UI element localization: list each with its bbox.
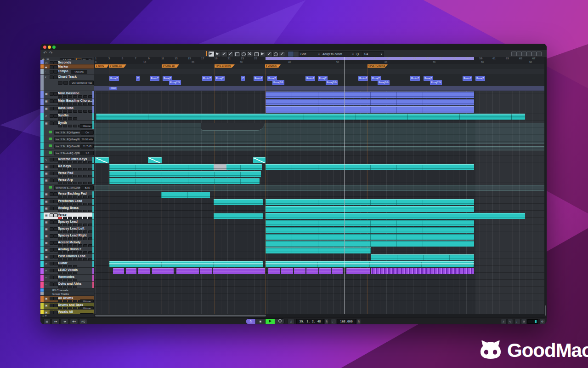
solo-button[interactable]	[54, 282, 58, 286]
tempo-value[interactable]: 168.000	[71, 70, 87, 75]
solo-button[interactable]	[54, 61, 58, 64]
track-control-button[interactable]	[78, 95, 82, 98]
track-control-button[interactable]	[73, 125, 77, 127]
marker-event[interactable]: 4 PRE CHORUS	[215, 64, 235, 68]
crosshair-mode-button[interactable]: ✚▾	[70, 319, 78, 324]
mute-button[interactable]	[50, 269, 54, 272]
redo-icon[interactable]: ↷	[49, 51, 53, 55]
track-row-spacey-lead[interactable]: ▦Spacey Lead	[40, 219, 94, 226]
mute-button[interactable]	[50, 92, 54, 96]
tempo-stepper[interactable]: ⇅	[356, 319, 361, 324]
clip-event[interactable]	[266, 92, 474, 98]
minimize-button[interactable]	[48, 46, 51, 49]
tempo-icon[interactable]: ♩	[331, 319, 336, 324]
grid-zoom-select[interactable]: Adapt to Zoom▾	[321, 51, 356, 57]
clip-event[interactable]	[96, 114, 525, 120]
chord-option-button[interactable]	[63, 81, 68, 85]
position-display[interactable]: 39. 1. 2. 48	[296, 319, 324, 324]
horizontal-scroll-thumb[interactable]	[95, 315, 266, 316]
clip-event[interactable]	[266, 234, 474, 240]
record-button[interactable]	[275, 318, 285, 324]
track-row-lead-vocals[interactable]: ▱LEAD Vocals	[40, 268, 94, 275]
track-row-prechorus-lead[interactable]: ▦Prechorus Lead	[40, 199, 94, 206]
marker-event[interactable]: 6 POST CHORUS	[368, 64, 388, 68]
clip-event[interactable]	[126, 268, 136, 274]
mute-button[interactable]	[50, 248, 54, 252]
automation-value[interactable]: 20.00 kHz	[81, 137, 94, 142]
clip-event[interactable]	[266, 199, 474, 205]
chord-event[interactable]: Emin7	[202, 76, 212, 81]
track-row-spacey-lead-left[interactable]: ▦Spacey Lead Left	[40, 226, 94, 233]
mute-button[interactable]	[50, 70, 54, 74]
chord-event[interactable]: Fmaj7/9	[326, 80, 338, 85]
chord-event[interactable]: Emin7	[254, 76, 263, 81]
solo-button[interactable]	[54, 248, 58, 252]
automation-parameter-name[interactable]: Ins. 3 St...EQ-Gain/FL	[54, 144, 81, 149]
chord-event[interactable]: Emin7	[150, 76, 159, 81]
close-button[interactable]	[43, 46, 46, 49]
solo-button[interactable]	[54, 178, 58, 182]
track-row-bass-stab[interactable]: ▦Bass Stab	[40, 106, 94, 113]
chord-event[interactable]: Emin7	[463, 76, 472, 81]
chord-event[interactable]: Fmaj7/9	[272, 80, 284, 85]
track-row-analog-brass-2[interactable]: ▦Analog Brass 2	[40, 247, 94, 254]
track-row-dx-keys[interactable]: ▦DX Keys	[40, 164, 94, 171]
keyboard-icon[interactable]: ▤	[43, 319, 51, 324]
track-row-fx-channels[interactable]: FX Channels	[40, 288, 94, 292]
track-control-button[interactable]	[83, 103, 87, 105]
track-row-analog-brass[interactable]: ▦Analog Brass	[40, 206, 94, 213]
clip-event[interactable]	[371, 254, 474, 260]
volume-readout[interactable]: Volume	[80, 124, 94, 128]
automation-read-button[interactable]	[49, 131, 52, 133]
track-row-drums-and-bass[interactable]: ▣Drums and BassVolume	[40, 303, 94, 310]
track-row-vocals-all[interactable]: ▣Vocals AllVolume	[40, 310, 94, 314]
automation-parameter-name[interactable]: Ins. 3 St...EQ-Bypass	[54, 130, 81, 135]
play-button[interactable]	[265, 318, 275, 324]
track-control-button[interactable]	[63, 103, 67, 105]
automation-value[interactable]: 83.5	[81, 185, 94, 190]
track-control-button[interactable]	[73, 196, 77, 198]
track-control-button[interactable]	[58, 196, 62, 198]
quantize-select[interactable]: 1/4▾	[362, 51, 384, 57]
chord-event[interactable]: Fmaj7	[109, 76, 119, 81]
track-control-button[interactable]	[88, 110, 92, 113]
track-row-oohs-and-ahhs[interactable]: ▱Oohs and Ahhs	[40, 282, 94, 288]
track-control-button[interactable]	[68, 95, 72, 98]
chord-event[interactable]: Fmaj7/9	[378, 80, 390, 85]
range-select-tool[interactable]	[215, 51, 221, 57]
clip-event[interactable]	[253, 157, 266, 163]
snap-icon[interactable]	[288, 51, 294, 57]
mute-button[interactable]	[50, 220, 54, 224]
track-row-chord-track[interactable]: ♪Chord TrackUse Monitored Trac	[40, 75, 94, 91]
marker-event[interactable]: 5 CHORUS	[265, 64, 281, 68]
solo-button[interactable]	[54, 213, 58, 217]
track-row-ins-3-st-eq-freq-fl[interactable]: Ins. 3 St...EQ-Freq/FL20.00 kHz	[40, 136, 94, 143]
track-row-verse[interactable]: ▦Verse	[40, 213, 94, 219]
track-row-synth[interactable]: ▦SynthVolume	[40, 121, 94, 129]
automation-parameter-name[interactable]: Ins. 3 StudioEQ -Q/FL	[54, 151, 81, 155]
marker-event[interactable]: 3 VERSE 1B	[162, 64, 179, 68]
automation-read-button[interactable]	[49, 186, 52, 189]
chord-event[interactable]: C	[241, 76, 245, 81]
scrub-tool[interactable]	[266, 51, 272, 57]
track-row-spacey-lead-right[interactable]: ▦Spacey Lead Right	[40, 233, 94, 240]
clip-event[interactable]	[214, 199, 263, 205]
solo-button[interactable]	[54, 165, 58, 168]
automation-read-button[interactable]	[49, 144, 52, 147]
clip-event[interactable]	[109, 261, 263, 267]
punch-mode-button[interactable]: ◂▾	[61, 319, 69, 324]
clip-event[interactable]	[95, 157, 109, 163]
track-row-post-chorus-lead[interactable]: ▦Post Chorus Lead	[40, 254, 94, 261]
color-tool[interactable]	[272, 51, 279, 57]
track-control-button[interactable]	[58, 110, 62, 113]
automation-read-button[interactable]	[49, 138, 52, 140]
track-row-synths[interactable]: ▱Synths	[40, 113, 94, 121]
timeline-ruler[interactable]: 1357911131517192123252729313335373941434…	[94, 57, 544, 64]
zoom-tool[interactable]	[240, 51, 247, 57]
clip-event[interactable]	[213, 268, 265, 274]
lower-zone-icon[interactable]	[521, 52, 526, 56]
grid-type-select[interactable]: Grid▾	[299, 51, 322, 57]
zoom-button[interactable]	[52, 46, 56, 49]
clip-event[interactable]	[152, 268, 174, 274]
comp-tool[interactable]	[253, 51, 260, 57]
